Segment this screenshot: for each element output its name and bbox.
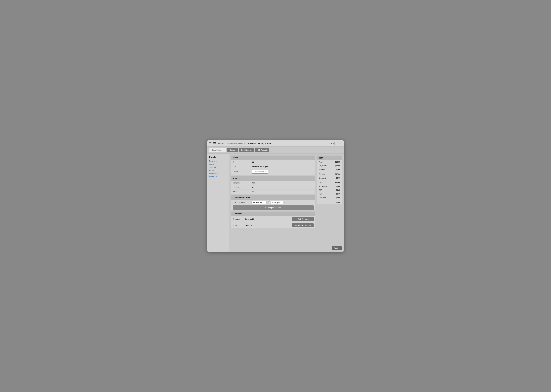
customer-home-label: Home — [233, 224, 244, 226]
totals-group1: Total $19.55 Payments $19.55 Balance $0.… — [317, 160, 342, 171]
totals-payments-row: Payments $19.55 — [317, 164, 342, 168]
date-input[interactable] — [252, 201, 267, 204]
main-content: Details Payments Lines Shipping Email Ev… — [207, 154, 344, 252]
customer-name-label: Customer — [233, 218, 244, 220]
status-voided-label: Voided — [233, 190, 250, 193]
status-voided-value: No — [252, 190, 254, 193]
status-cancelled-value: No — [252, 186, 254, 188]
sidebar: Details Payments Lines Shipping Email Ev… — [207, 154, 229, 252]
toolbar: ☰ ⌨ Reports > Negative inventory > Trans… — [207, 140, 344, 147]
change-date-section: Change Date / Time New Date/Time 📅 ⊙ ℹ — [231, 195, 315, 210]
status-cancelled-row: Cancelled No — [231, 185, 315, 189]
pagination-next[interactable]: › — [339, 142, 342, 145]
totals-group3: Taxed $17.00 Not Taxed $0.00 GST $0.85 — [317, 181, 342, 200]
hamburger-icon[interactable]: ☰ — [209, 142, 211, 145]
save-changes-button[interactable]: Save Changes — [209, 148, 226, 152]
english-badge[interactable]: English — [332, 246, 342, 250]
totals-header: Totals — [317, 156, 342, 160]
edit-customer-button[interactable]: ✏ Edit Customer — [292, 217, 314, 221]
basic-header: Basic — [231, 155, 315, 160]
logo-icon: ⌨ — [213, 142, 216, 145]
refund-button[interactable]: Refund — [227, 148, 238, 152]
totals-taxed-label: Taxed — [319, 182, 324, 183]
breadcrumb-reports[interactable]: Reports — [218, 142, 224, 145]
new-dt-label: New Date/Time — [233, 202, 250, 204]
customer-home-row: Home 514-555-5555 ✕ Remove Customer — [231, 222, 315, 228]
remove-customer-button[interactable]: ✕ Remove Customer — [292, 223, 314, 227]
status-voided-row: Voided No — [231, 189, 315, 194]
external-link-icon: ⧉ — [265, 171, 266, 173]
status-complete-row: Complete Yes — [231, 181, 315, 185]
basic-source-row: Source Online Order ⧉ — [231, 169, 315, 175]
content-area: Basic ID 68 Date 26/06/2019 3:27 pm Sour… — [229, 154, 344, 252]
totals-subtotal-label: Subtotal — [319, 173, 325, 175]
basic-id-row: ID 68 — [231, 160, 315, 164]
right-panel: Totals Total $19.55 Payments $19.55 Bala… — [317, 155, 342, 250]
basic-id-value: 68 — [252, 161, 254, 163]
breadcrumb-negative-inventory[interactable]: Negative inventory — [227, 142, 243, 145]
online-order-button[interactable]: Online Order ⧉ — [252, 170, 268, 174]
action-bar: Save Changes Refund Print Receipt Gift R… — [207, 147, 344, 154]
sidebar-item-lines[interactable]: Lines — [209, 163, 227, 166]
breadcrumb: Reports > Negative inventory > Transacti… — [218, 142, 328, 145]
basic-date-value: 26/06/2019 3:27 pm — [252, 166, 268, 168]
clock-icon: ⊙ — [284, 202, 286, 204]
totals-payments-value: $19.55 — [335, 165, 340, 167]
breadcrumb-sep2: > — [244, 142, 245, 145]
left-panel: Basic ID 68 Date 26/06/2019 3:27 pm Sour… — [231, 155, 315, 250]
sidebar-item-void-sale[interactable]: Void Sale — [209, 175, 227, 178]
status-section: Status Complete Yes Cancelled No Voided — [231, 176, 315, 194]
customer-home-value: 514-555-5555 — [245, 224, 290, 226]
change-date-header: Change Date / Time — [231, 195, 315, 200]
basic-id-label: ID — [233, 161, 250, 163]
print-receipt-button[interactable]: Print Receipt — [239, 148, 254, 152]
totals-not-taxed-row: Not Taxed $0.00 — [317, 184, 342, 188]
totals-discount-value: $0.00 — [336, 177, 340, 179]
totals-cost-label: Cost — [319, 201, 322, 203]
totals-payments-label: Payments — [319, 165, 327, 167]
totals-gst-row: GST $0.85 — [317, 188, 342, 192]
totals-total-value: $19.55 — [335, 161, 340, 163]
sidebar-item-payments[interactable]: Payments — [209, 160, 227, 163]
totals-taxed-value: $17.00 — [335, 182, 340, 183]
totals-not-taxed-label: Not Taxed — [319, 185, 327, 187]
change-datetime-button[interactable]: ℹ Change Date/Time — [233, 205, 314, 210]
customer-name-value: Jane Smith — [245, 218, 290, 220]
sidebar-item-shipping[interactable]: Shipping — [209, 166, 227, 169]
gift-receipt-button[interactable]: Gift Receipt — [255, 148, 269, 152]
basic-body: ID 68 Date 26/06/2019 3:27 pm Source Onl… — [231, 160, 315, 175]
main-window: ☰ ⌨ Reports > Negative inventory > Trans… — [207, 140, 344, 252]
totals-cost-row: Cost $5.00 — [317, 200, 342, 204]
info-icon: ℹ — [265, 207, 266, 209]
breadcrumb-current: Transaction ID: 68, $19.55 — [246, 142, 271, 145]
customer-name-row: Customer Jane Smith ✏ Edit Customer — [231, 216, 315, 222]
totals-gst-value: $0.85 — [336, 189, 340, 191]
pagination-text: 1 of 3 — [329, 142, 334, 144]
basic-source-label: Source — [233, 171, 250, 173]
sidebar-item-event-log[interactable]: Event Log — [209, 172, 227, 175]
totals-cost-value: $5.00 — [336, 201, 340, 203]
totals-subtotal-value: $17.00 — [335, 173, 340, 175]
customer-body: Customer Jane Smith ✏ Edit Customer Home… — [231, 216, 315, 228]
status-header: Status — [231, 176, 315, 181]
totals-taxed-row: Taxed $17.00 — [317, 181, 342, 184]
totals-total-tax-row: Total Tax $2.55 — [317, 196, 342, 200]
calendar-icon: 📅 — [268, 202, 270, 204]
pagination-prev[interactable]: ‹ — [334, 142, 338, 145]
basic-date-label: Date — [233, 166, 250, 168]
online-order-label: Online Order — [254, 171, 264, 173]
status-complete-value: Yes — [252, 182, 255, 184]
totals-discount-label: Discount — [319, 177, 326, 179]
totals-total-row: Total $19.55 — [317, 160, 342, 164]
basic-section: Basic ID 68 Date 26/06/2019 3:27 pm Sour… — [231, 155, 315, 175]
totals-section: Totals Total $19.55 Payments $19.55 Bala… — [317, 155, 342, 204]
totals-total-label: Total — [319, 161, 322, 163]
status-complete-label: Complete — [233, 182, 250, 184]
date-time-row: New Date/Time 📅 ⊙ — [231, 200, 315, 205]
pagination: 1 of 3 ‹ › — [329, 142, 342, 145]
totals-pst-label: PST — [319, 193, 322, 195]
time-input[interactable] — [271, 201, 283, 204]
customer-section: Customer Customer Jane Smith ✏ Edit Cust… — [231, 211, 315, 228]
sidebar-item-email[interactable]: Email — [209, 169, 227, 172]
totals-total-tax-value: $2.55 — [336, 197, 340, 199]
